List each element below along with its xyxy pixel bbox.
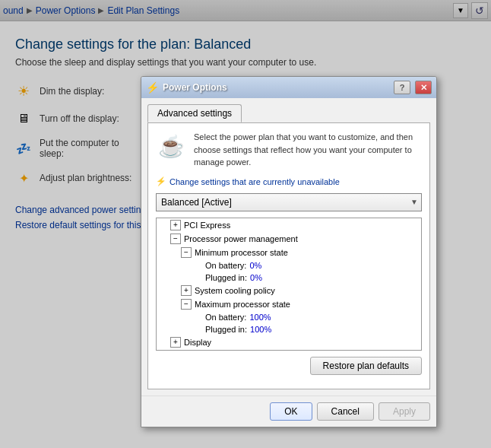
tab-content: ☕ Select the power plan that you want to…	[147, 122, 430, 389]
tree-item-label: Display	[184, 338, 211, 347]
power-options-icon: ☕	[156, 131, 186, 161]
dialog-buttons: OK Cancel Apply	[141, 396, 436, 427]
info-section: ☕ Select the power plan that you want to…	[156, 131, 422, 169]
settings-tree[interactable]: +PCI Express−Processor power management−…	[156, 218, 422, 351]
tree-item[interactable]: On battery: 0%	[157, 259, 421, 272]
tree-expand-icon[interactable]: −	[181, 299, 192, 310]
tree-item-label: Plugged in:	[205, 273, 247, 282]
plan-dropdown[interactable]: Balanced [Active] ▼	[156, 193, 422, 211]
tree-item-label: On battery:	[205, 313, 246, 322]
change-link-text: Change settings that are currently unava…	[169, 177, 340, 186]
dialog-title-text: Power Options	[163, 82, 389, 93]
apply-button[interactable]: Apply	[379, 402, 430, 421]
tree-item[interactable]: On battery: 100%	[157, 311, 421, 323]
restore-plan-defaults-button[interactable]: Restore plan defaults	[310, 357, 422, 375]
ok-button[interactable]: OK	[270, 402, 312, 421]
cancel-button[interactable]: Cancel	[317, 402, 374, 421]
tree-expand-icon[interactable]: +	[181, 285, 192, 296]
restore-btn-area: Restore plan defaults	[156, 357, 422, 381]
tree-item-label: Plugged in:	[205, 325, 247, 334]
tree-expand-icon[interactable]: −	[170, 234, 181, 244]
tree-item-value: 100%	[250, 325, 271, 334]
tree-item-label: PCI Express	[184, 221, 230, 230]
tree-item[interactable]: −Processor power management	[157, 232, 421, 246]
power-options-dialog: ⚡ Power Options ? ✕ Advanced settings ☕ …	[141, 76, 437, 427]
dialog-titlebar: ⚡ Power Options ? ✕	[141, 77, 436, 98]
dialog-close-button[interactable]: ✕	[415, 81, 432, 94]
tree-item[interactable]: −Minimum processor state	[157, 246, 421, 259]
tree-item[interactable]: Plugged in: 0%	[157, 272, 421, 284]
tree-item-value: 100%	[249, 313, 271, 322]
dialog-content: Advanced settings ☕ Select the power pla…	[141, 98, 436, 396]
plan-dropdown-arrow: ▼	[410, 198, 418, 206]
tree-item-label: Maximum processor state	[195, 300, 290, 309]
tree-item-value: 0%	[250, 273, 262, 282]
plan-dropdown-value: Balanced [Active]	[161, 197, 232, 208]
dialog-help-button[interactable]: ?	[394, 81, 410, 94]
tree-item[interactable]: +System cooling policy	[157, 284, 421, 297]
tab-advanced-settings[interactable]: Advanced settings	[147, 104, 242, 122]
tree-item[interactable]: +PCI Express	[157, 218, 421, 232]
tab-bar: Advanced settings	[147, 104, 430, 122]
tree-item[interactable]: −Maximum processor state	[157, 297, 421, 311]
tree-item[interactable]: +Display	[157, 335, 421, 349]
tree-item-label: Minimum processor state	[195, 248, 288, 257]
change-link-icon: ⚡	[156, 176, 166, 187]
tree-expand-icon[interactable]: +	[170, 220, 181, 230]
tree-item-label: Processor power management	[184, 234, 298, 243]
change-settings-link[interactable]: ⚡ Change settings that are currently una…	[156, 176, 422, 187]
dialog-title-icon: ⚡	[146, 81, 158, 94]
tree-item-value: 0%	[249, 261, 261, 270]
tree-expand-icon[interactable]: −	[181, 247, 192, 258]
tree-item[interactable]: Plugged in: 100%	[157, 323, 421, 335]
tree-item-label: On battery:	[205, 261, 246, 270]
tree-item-label: System cooling policy	[195, 286, 275, 295]
info-text: Select the power plan that you want to c…	[194, 131, 422, 169]
tree-expand-icon[interactable]: +	[170, 337, 181, 348]
